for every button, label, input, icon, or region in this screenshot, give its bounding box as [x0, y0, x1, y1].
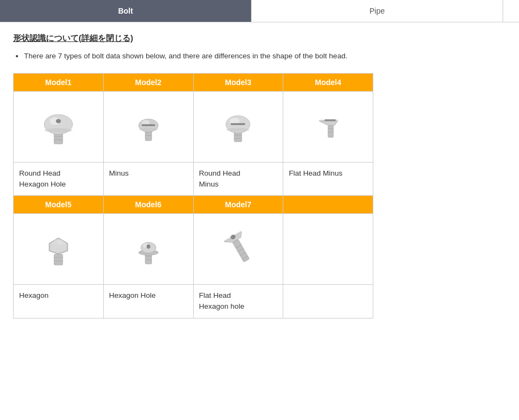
- model7-header: Model7: [193, 196, 283, 214]
- svg-point-7: [44, 128, 73, 133]
- tab-bolt[interactable]: Bolt: [0, 0, 251, 22]
- model2-header: Model2: [103, 73, 193, 91]
- model2-image-cell: [103, 91, 193, 162]
- svg-marker-43: [147, 244, 150, 249]
- svg-rect-23: [328, 125, 333, 137]
- label-row-1: Round HeadHexagon Hole Minus Round HeadM…: [14, 162, 373, 196]
- tab-pipe[interactable]: Pipe: [251, 0, 503, 22]
- description-item: There are 7 types of bolt data shown bel…: [24, 50, 506, 62]
- model8-image-cell-empty: [283, 214, 373, 285]
- header-row-1: Model1 Model2 Model3 Model4: [14, 73, 373, 91]
- model8-header-empty: [283, 196, 373, 214]
- model4-icon: [301, 96, 355, 151]
- tab-extra: [503, 0, 519, 22]
- model1-header: Model1: [14, 73, 104, 91]
- model3-header: Model3: [193, 73, 283, 91]
- model5-icon: [31, 218, 86, 273]
- model7-icon: [211, 218, 265, 273]
- model1-icon: [31, 96, 86, 151]
- section-title[interactable]: 形状認識について(詳細を閉じる): [13, 33, 506, 44]
- model2-label: Minus: [103, 162, 193, 196]
- svg-rect-44: [232, 239, 249, 262]
- svg-rect-30: [54, 254, 63, 265]
- model4-image-cell: [283, 91, 373, 162]
- model5-image-cell: [14, 214, 104, 285]
- svg-rect-21: [231, 123, 245, 125]
- model8-label-empty: [283, 285, 373, 319]
- model4-label: Flat Head Minus: [283, 162, 373, 196]
- model3-icon: [211, 96, 265, 151]
- tab-bar: Bolt Pipe: [0, 0, 519, 22]
- bolt-models-table: Model1 Model2 Model3 Model4: [13, 73, 373, 319]
- description-list: There are 7 types of bolt data shown bel…: [24, 50, 506, 62]
- model1-image-cell: [14, 91, 104, 162]
- header-row-2: Model5 Model6 Model7: [14, 196, 373, 214]
- image-row-1: [14, 91, 373, 162]
- svg-point-22: [226, 128, 250, 131]
- svg-marker-26: [319, 121, 338, 125]
- model2-icon: [121, 96, 176, 151]
- main-content: 形状認識について(詳細を閉じる) There are 7 types of bo…: [0, 22, 519, 329]
- model6-icon: [121, 218, 176, 273]
- model7-image-cell: [193, 214, 283, 285]
- model3-image-cell: [193, 91, 283, 162]
- svg-rect-29: [325, 119, 336, 121]
- model6-label: Hexagon Hole: [103, 285, 193, 319]
- svg-point-14: [139, 128, 158, 131]
- model7-label: Flat HeadHexagon hole: [193, 285, 283, 319]
- svg-point-36: [53, 239, 64, 245]
- svg-rect-13: [142, 124, 155, 126]
- svg-marker-6: [56, 119, 61, 123]
- label-row-2: Hexagon Hexagon Hole Flat HeadHexagon ho…: [14, 285, 373, 319]
- model6-image-cell: [103, 214, 193, 285]
- model4-header: Model4: [283, 73, 373, 91]
- model6-header: Model6: [103, 196, 193, 214]
- model5-header: Model5: [14, 196, 104, 214]
- model5-label: Hexagon: [14, 285, 104, 319]
- model1-label: Round HeadHexagon Hole: [14, 162, 104, 196]
- model3-label: Round HeadMinus: [193, 162, 283, 196]
- image-row-2: [14, 214, 373, 285]
